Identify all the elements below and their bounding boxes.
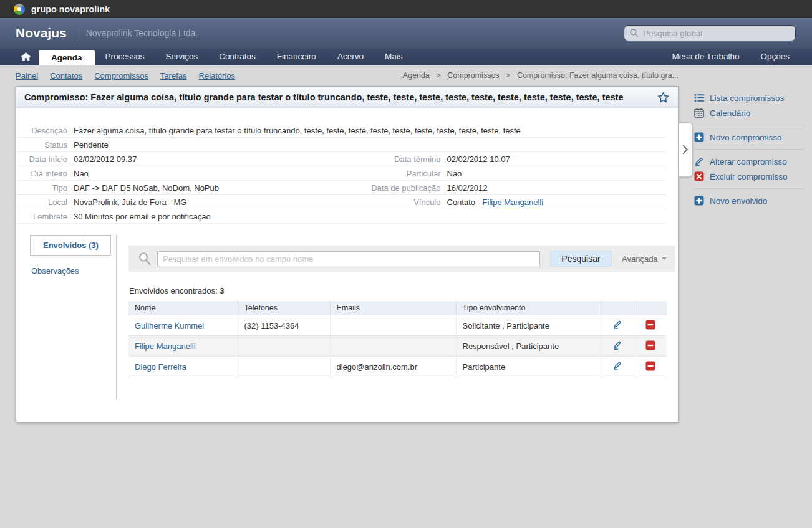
tab-contratos[interactable]: Contratos [208,48,266,65]
field-value-lembrete: 30 Minutos por email e por notificação [74,212,211,221]
table-row: Diego Ferreira diego@anzolin.com.br Part… [128,357,667,377]
table-row: Filipe Manganelli Responsável , Particip… [128,336,667,357]
envolvidos-search-input[interactable] [157,251,540,266]
sidebar-item-excluir-compromisso[interactable]: Excluir compromisso [694,169,805,184]
avancada-dropdown[interactable]: Avançada [622,254,667,264]
remove-envolvido-button[interactable] [634,315,667,336]
field-value-data-inicio: 02/02/2012 09:37 [74,155,137,164]
sidebar-item-lista-compromissos[interactable]: Lista compromissos [694,90,805,105]
minus-icon [645,320,655,330]
envolvidos-search-bar: Pesquisar Avançada [128,246,675,272]
pencil-icon [612,319,622,329]
minus-icon [645,340,655,350]
field-value-data-termino: 02/02/2012 10:07 [447,155,510,164]
nav-opcoes[interactable]: Opções [760,48,790,65]
sidebar-item-novo-envolvido[interactable]: Novo envolvido [694,193,805,208]
remove-envolvido-button[interactable] [634,336,667,357]
field-label: Data de publicação [341,183,447,193]
sidebar-item-label: Calendário [710,108,750,118]
breadcrumb-compromissos[interactable]: Compromissos [447,71,499,80]
pesquisar-button[interactable]: Pesquisar [550,251,612,267]
edit-envolvido-button[interactable] [601,336,634,357]
app-name: Novajus [16,26,67,41]
subnav-compromissos[interactable]: Compromissos [94,65,148,86]
field-label: Descrição [16,126,74,135]
sidebar-item-alterar-compromisso[interactable]: Alterar compromisso [694,154,805,169]
envolvidos-tab-content: Pesquisar Avançada Envolvidos encontrado… [117,235,688,400]
vertical-tab-column: Envolvidos (3) Observações [16,235,117,400]
sidebar-collapse-handle[interactable] [679,122,692,177]
tab-financeiro[interactable]: Financeiro [266,48,327,65]
tab-acervo[interactable]: Acervo [327,48,374,65]
envolvido-name-link[interactable]: Filipe Manganelli [135,342,196,351]
tab-servicos[interactable]: Serviços [155,48,209,65]
global-search[interactable] [624,25,796,41]
edit-envolvido-button[interactable] [601,357,634,377]
breadcrumb-current: Compromisso: Fazer alguma coisa, título … [517,71,679,80]
favorite-star-icon[interactable] [656,90,670,104]
breadcrumb-separator: > [436,71,440,80]
envolvido-name-link[interactable]: Diego Ferreira [135,362,186,372]
sidebar-item-calendario[interactable]: Calendário [694,105,805,120]
novaprolink-logo-icon [14,4,25,15]
envolvido-email [330,315,456,336]
detail-row-local: Local NovaProlink, Juiz de Fora - MG Vín… [16,195,665,209]
brand-text: grupo novaprolink [31,4,110,14]
sidebar-divider [694,125,805,125]
company-name: Novaprolink Tecnologia Ltda. [86,28,198,38]
pencil-icon [612,340,622,350]
results-count: 3 [220,286,224,295]
envolvido-telefone [238,357,330,377]
breadcrumb: Agenda > Compromissos > Compromisso: Faz… [403,65,679,86]
envolvido-name-link[interactable]: Guilherme Kummel [135,321,204,330]
tab-observacoes[interactable]: Observações [31,266,116,276]
app-header: Novajus Novaprolink Tecnologia Ltda. [0,18,812,48]
tab-processos[interactable]: Processos [95,48,155,65]
subnav-painel[interactable]: Painel [16,65,38,86]
global-search-input[interactable] [643,29,790,38]
vinculo-contato-link[interactable]: Filipe Manganelli [483,198,544,207]
detail-row-status: Status Pendente [16,138,665,152]
sidebar-item-label: Excluir compromisso [710,172,788,181]
calendar-icon [694,108,704,118]
chevron-down-icon [662,257,667,262]
field-value-tipo: DAF -> DAF D5 NoSab, NoDom, NoPub [74,183,219,193]
edit-envolvido-button[interactable] [601,315,634,336]
field-label: Data início [16,155,74,164]
plus-icon [694,196,704,206]
compromisso-details: Descrição Fazer alguma coisa, título gra… [16,123,665,224]
field-value-descricao: Fazer alguma coisa, título grande para t… [74,126,521,135]
detail-row-descricao: Descrição Fazer alguma coisa, título gra… [16,123,665,138]
sidebar-item-novo-compromisso[interactable]: Novo compromisso [694,130,805,145]
vinculo-prefix: Contato - [447,198,483,207]
field-label: Status [16,140,74,150]
col-header-nome: Nome [128,301,238,315]
sidebar-item-label: Novo compromisso [710,133,782,142]
panel-header: Compromisso: Fazer alguma coisa, título … [16,87,678,108]
tab-envolvidos[interactable]: Envolvidos (3) [30,235,111,256]
home-icon[interactable] [19,48,32,65]
nav-mesa-de-trabalho[interactable]: Mesa de Trabalho [672,48,739,65]
breadcrumb-agenda[interactable]: Agenda [403,71,430,80]
subnav-tarefas[interactable]: Tarefas [160,65,187,86]
detail-row-datas: Data início 02/02/2012 09:37 Data términ… [16,152,665,166]
subnav-contatos[interactable]: Contatos [50,65,82,86]
field-value-vinculo: Contato - Filipe Manganelli [447,198,544,207]
field-value-status: Pendente [74,140,109,150]
tab-agenda[interactable]: Agenda [39,50,95,65]
envolvido-telefone [238,336,330,357]
envolvido-tipo: Solicitante , Participante [456,315,601,336]
col-header-emails: Emails [330,301,456,315]
envolvidos-table: Nome Telefones Emails Tipo envolvimento … [128,301,667,377]
subnav-relatorios[interactable]: Relatórios [199,65,236,86]
avancada-label: Avançada [622,254,658,264]
page-title: Compromisso: Fazer alguma coisa, título … [24,92,656,102]
col-header-delete [634,301,667,315]
tab-mais[interactable]: Mais [374,48,413,65]
envolvido-telefone: (32) 1153-4364 [238,315,330,336]
remove-envolvido-button[interactable] [634,357,667,377]
actions-sidebar: Lista compromissos Calendário Novo compr… [694,90,805,208]
col-header-tipo: Tipo envolvimento [456,301,601,315]
chevron-right-icon [682,145,689,155]
search-icon [137,251,152,266]
